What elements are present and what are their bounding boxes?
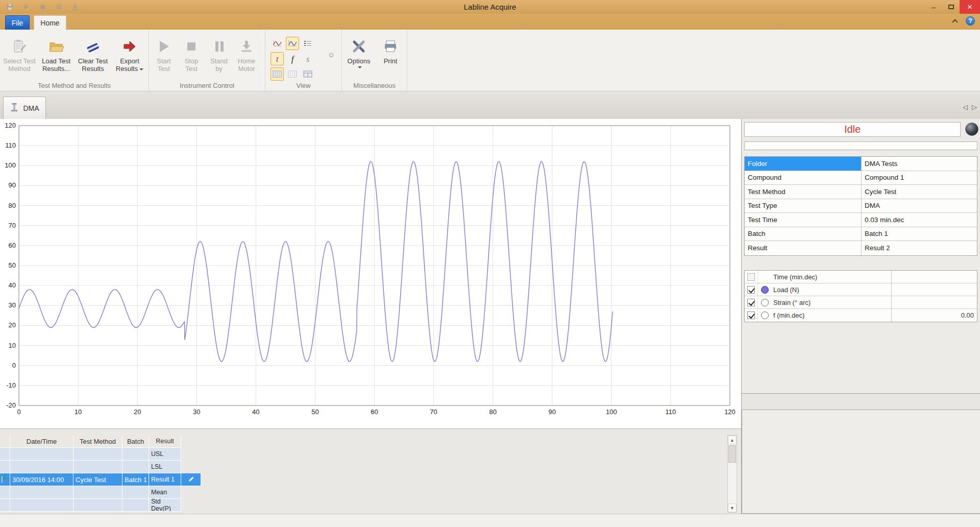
tools-icon bbox=[351, 36, 366, 57]
button-label: Results bbox=[116, 65, 138, 73]
property-value: Cycle Test bbox=[865, 188, 896, 196]
scrollbar-thumb[interactable] bbox=[728, 445, 736, 463]
pause-icon[interactable] bbox=[54, 3, 63, 12]
svg-text:110: 110 bbox=[5, 141, 16, 149]
play-icon[interactable] bbox=[21, 3, 31, 12]
load-test-results-button[interactable]: Load Test Results... bbox=[38, 33, 75, 73]
minimize-button[interactable]: – bbox=[925, 0, 942, 14]
button-label: Select Test bbox=[3, 57, 35, 65]
start-test-button[interactable]: Start Test bbox=[150, 33, 178, 73]
grid-light-toggle[interactable] bbox=[286, 67, 299, 81]
grid-toggle[interactable] bbox=[271, 67, 284, 81]
export-results-button[interactable]: Export Results bbox=[111, 33, 148, 73]
close-button[interactable]: × bbox=[960, 0, 980, 14]
collapse-ribbon-button[interactable] bbox=[950, 16, 960, 26]
signal-name: Time (min.dec) bbox=[773, 273, 817, 281]
time-axis-toggle[interactable]: t bbox=[271, 52, 284, 65]
results-row-selected[interactable]: 30/09/2016 14:00 Cycle Test Batch 1 Resu… bbox=[0, 473, 201, 486]
svg-text:50: 50 bbox=[311, 408, 318, 416]
strain-axis-toggle[interactable]: s bbox=[301, 52, 314, 65]
open-folder-icon bbox=[48, 36, 64, 57]
tab-dma-label: DMA bbox=[23, 104, 39, 112]
property-label: Result bbox=[748, 244, 767, 252]
print-button[interactable]: Print bbox=[375, 33, 406, 70]
results-row-mean[interactable]: Mean bbox=[0, 486, 201, 499]
home-motor-icon[interactable] bbox=[70, 3, 80, 12]
letter-f-icon: f bbox=[291, 55, 294, 63]
tab-scroll-right-icon[interactable]: ▷ bbox=[972, 103, 977, 111]
series-marker-icon bbox=[761, 286, 769, 294]
scroll-up-button[interactable]: ▲ bbox=[728, 436, 737, 444]
property-row-test-method[interactable]: Test Method Cycle Test bbox=[745, 185, 977, 199]
signal-row-frequency[interactable]: f (min.dec) 0.00 bbox=[745, 309, 977, 322]
group-label: View bbox=[265, 82, 341, 89]
instrument-state-box: Idle bbox=[744, 122, 961, 137]
svg-text:100: 100 bbox=[606, 408, 617, 416]
maximize-button[interactable] bbox=[942, 0, 960, 14]
home-motor-button[interactable]: Home Motor bbox=[233, 33, 260, 73]
svg-text:40: 40 bbox=[9, 281, 16, 289]
button-label: Load Test bbox=[42, 57, 70, 65]
stand-by-button[interactable]: Stand by bbox=[205, 33, 233, 73]
results-row-usl[interactable]: USL bbox=[0, 448, 201, 461]
frequency-axis-toggle[interactable]: f bbox=[286, 52, 299, 65]
clear-test-results-button[interactable]: Clear Test Results bbox=[75, 33, 111, 73]
legend-list-toggle[interactable] bbox=[301, 37, 314, 50]
property-row-test-type[interactable]: Test Type DMA bbox=[745, 199, 977, 213]
batch-cell bbox=[122, 499, 149, 512]
signal-row-load[interactable]: Load (N) bbox=[745, 283, 977, 296]
select-test-method-button[interactable]: Select Test Method bbox=[1, 33, 38, 73]
property-row-result[interactable]: Result Result 2 bbox=[745, 241, 977, 255]
signal-checkbox[interactable] bbox=[747, 286, 755, 294]
stop-test-button[interactable]: Stop Test bbox=[178, 33, 205, 73]
signal-checkbox[interactable] bbox=[747, 299, 755, 306]
button-label: Results bbox=[82, 65, 104, 73]
window-grid-toggle[interactable] bbox=[301, 67, 314, 81]
stop-icon[interactable] bbox=[38, 3, 47, 12]
tab-home-label: Home bbox=[40, 19, 59, 27]
stop-icon bbox=[184, 36, 199, 57]
results-row-std-dev[interactable]: Std Dev(P) bbox=[0, 499, 201, 512]
button-label: Clear Test bbox=[78, 57, 108, 65]
tab-scroll-left-icon[interactable]: ◁ bbox=[963, 103, 968, 111]
property-row-test-time[interactable]: Test Time 0.03 min.dec bbox=[745, 213, 977, 227]
tab-dma[interactable]: DMA bbox=[3, 97, 46, 119]
property-row-batch[interactable]: Batch Batch 1 bbox=[745, 227, 977, 242]
button-label: Results... bbox=[42, 65, 70, 73]
titlebar: Labline Acquire – × bbox=[0, 0, 980, 14]
results-grid-panel: Date/Time Test Method Batch Result USL L… bbox=[0, 428, 741, 514]
method-cell: Cycle Test bbox=[74, 473, 122, 486]
results-row-lsl[interactable]: LSL bbox=[0, 461, 201, 473]
row-marker-cell bbox=[0, 448, 10, 461]
help-button[interactable]: ? bbox=[966, 16, 975, 26]
signals-table: Time (min.dec) Load (N) Strain (° arc) f… bbox=[744, 270, 977, 322]
save-icon[interactable] bbox=[5, 3, 14, 12]
svg-text:90: 90 bbox=[9, 181, 16, 189]
test-properties-table: Folder DMA Tests Compound Compound 1 Tes… bbox=[744, 156, 977, 256]
scroll-down-button[interactable]: ▼ bbox=[728, 504, 737, 512]
tab-scroll-controls: ◁ ▷ bbox=[963, 103, 977, 111]
button-label: Options bbox=[348, 57, 371, 65]
document-tab-bar: DMA ◁ ▷ bbox=[0, 91, 980, 119]
button-label: Export bbox=[120, 57, 139, 65]
option-dot-icon[interactable] bbox=[329, 53, 333, 57]
signal-checkbox[interactable] bbox=[747, 312, 755, 319]
tab-file[interactable]: File bbox=[5, 15, 30, 30]
svg-text:30: 30 bbox=[9, 301, 16, 309]
property-row-compound[interactable]: Compound Compound 1 bbox=[745, 171, 977, 185]
edit-result-button[interactable] bbox=[181, 473, 201, 486]
results-table-header: Date/Time Test Method Batch Result bbox=[0, 435, 201, 448]
options-button[interactable]: Options bbox=[343, 33, 375, 70]
signal-row-strain[interactable]: Strain (° arc) bbox=[745, 296, 977, 309]
batch-cell bbox=[122, 448, 149, 461]
tab-home[interactable]: Home bbox=[34, 15, 66, 30]
curve-blue-toggle[interactable] bbox=[286, 37, 299, 50]
curve-red-toggle[interactable] bbox=[271, 37, 284, 50]
row-marker-cell bbox=[0, 486, 10, 499]
signal-row-time[interactable]: Time (min.dec) bbox=[745, 271, 977, 283]
ribbon-group-instrument-control: Start Test Stop Test Stand by bbox=[149, 30, 265, 91]
property-row-folder[interactable]: Folder DMA Tests bbox=[745, 157, 977, 171]
signal-checkbox[interactable] bbox=[747, 273, 755, 281]
property-label: Test Time bbox=[748, 216, 777, 224]
results-scrollbar[interactable]: ▲ ▼ bbox=[727, 435, 737, 513]
